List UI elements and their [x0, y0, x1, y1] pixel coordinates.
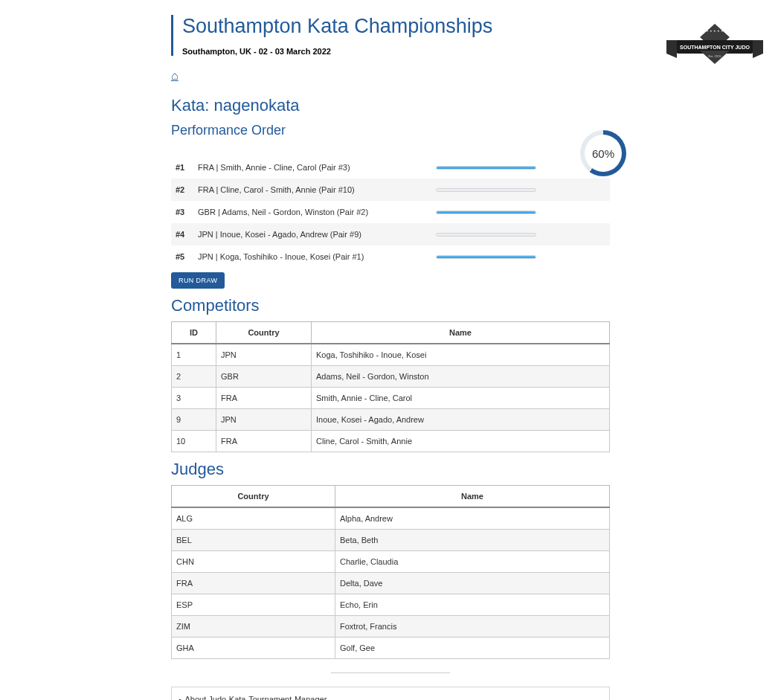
about-label: About Judo-Kata-Tournament-Manager — [179, 695, 327, 700]
competitors-table: ID Country Name 1JPNKoga, Toshihiko - In… — [171, 321, 610, 452]
performance-index: #5 — [176, 252, 198, 261]
divider — [331, 672, 450, 673]
performance-progress — [436, 255, 536, 259]
competitor-name: Koga, Toshihiko - Inoue, Kosei — [312, 344, 610, 366]
home-icon[interactable]: ⌂ — [171, 69, 179, 83]
competitors-heading: Competitors — [171, 296, 610, 315]
judge-name: Beta, Beth — [335, 530, 610, 551]
progress-ring: 60% — [580, 130, 626, 176]
performance-label: FRA | Cline, Carol - Smith, Annie (Pair … — [198, 185, 436, 194]
judge-country: CHN — [172, 551, 335, 573]
competitor-country: GBR — [216, 366, 312, 388]
table-row: 10FRACline, Carol - Smith, Annie — [172, 431, 610, 452]
judge-country: ESP — [172, 594, 335, 616]
performance-row[interactable]: #2FRA | Cline, Carol - Smith, Annie (Pai… — [171, 179, 610, 201]
competitors-col-name: Name — [312, 322, 610, 344]
table-row: ZIMFoxtrot, Francis — [172, 616, 610, 638]
competitor-id: 2 — [172, 366, 216, 388]
performance-progress — [436, 188, 536, 192]
table-row: BELBeta, Beth — [172, 530, 610, 551]
table-row: FRADelta, Dave — [172, 573, 610, 594]
competitor-name: Adams, Neil - Gordon, Winston — [312, 366, 610, 388]
judge-name: Foxtrot, Francis — [335, 616, 610, 638]
judges-col-name: Name — [335, 486, 610, 508]
judge-name: Alpha, Andrew — [335, 507, 610, 530]
competitor-country: FRA — [216, 431, 312, 452]
judge-name: Charlie, Claudia — [335, 551, 610, 573]
table-row: 2GBRAdams, Neil - Gordon, Winston — [172, 366, 610, 388]
performance-list: #1FRA | Smith, Annie - Cline, Carol (Pai… — [171, 156, 610, 268]
competitor-name: Smith, Annie - Cline, Carol — [312, 388, 610, 409]
run-draw-button[interactable]: RUN DRAW — [171, 272, 225, 289]
performance-row[interactable]: #5JPN | Koga, Toshihiko - Inoue, Kosei (… — [171, 245, 610, 268]
logo-main-text: SOUTHAMPTON CITY JUDO — [680, 45, 750, 50]
table-row: CHNCharlie, Claudia — [172, 551, 610, 573]
kata-heading: Kata: nagenokata — [171, 96, 610, 115]
judge-country: BEL — [172, 530, 335, 551]
table-row: GHAGolf, Gee — [172, 638, 610, 659]
performance-row[interactable]: #1FRA | Smith, Annie - Cline, Carol (Pai… — [171, 156, 610, 179]
performance-label: GBR | Adams, Neil - Gordon, Winston (Pai… — [198, 208, 436, 216]
progress-label: 60% — [585, 135, 622, 172]
table-row: 1JPNKoga, Toshihiko - Inoue, Kosei — [172, 344, 610, 366]
svg-marker-2 — [666, 40, 677, 58]
performance-progress — [436, 233, 536, 237]
judge-name: Golf, Gee — [335, 638, 610, 659]
competitor-id: 1 — [172, 344, 216, 366]
logo-est-text: Est. 2019 — [709, 54, 722, 58]
performance-label: JPN | Koga, Toshihiko - Inoue, Kosei (Pa… — [198, 252, 436, 261]
performance-row[interactable]: #3GBR | Adams, Neil - Gordon, Winston (P… — [171, 201, 610, 223]
performance-index: #3 — [176, 208, 198, 216]
about-panel[interactable]: About Judo-Kata-Tournament-Manager — [171, 687, 610, 700]
performance-label: FRA | Smith, Annie - Cline, Carol (Pair … — [198, 163, 436, 172]
competitor-id: 9 — [172, 409, 216, 431]
performance-index: #4 — [176, 230, 198, 239]
judges-table: Country Name ALGAlpha, AndrewBELBeta, Be… — [171, 485, 610, 659]
performance-row[interactable]: #4JPN | Inoue, Kosei - Agado, Andrew (Pa… — [171, 223, 610, 245]
competitor-country: JPN — [216, 409, 312, 431]
competitor-name: Inoue, Kosei - Agado, Andrew — [312, 409, 610, 431]
judge-country: FRA — [172, 573, 335, 594]
svg-marker-3 — [753, 40, 763, 58]
judges-heading: Judges — [171, 460, 610, 479]
judge-name: Delta, Dave — [335, 573, 610, 594]
performance-index: #2 — [176, 185, 198, 194]
competitor-id: 3 — [172, 388, 216, 409]
page-subtitle: Southampton, UK - 02 - 03 March 2022 — [182, 47, 610, 56]
table-row: 9JPNInoue, Kosei - Agado, Andrew — [172, 409, 610, 431]
judges-col-country: Country — [172, 486, 335, 508]
competitor-country: JPN — [216, 344, 312, 366]
performance-progress — [436, 211, 536, 214]
table-row: ESPEcho, Erin — [172, 594, 610, 616]
performance-progress — [436, 166, 536, 170]
table-row: ALGAlpha, Andrew — [172, 507, 610, 530]
competitor-country: FRA — [216, 388, 312, 409]
page-title: Southampton Kata Championships — [182, 15, 610, 38]
competitor-name: Cline, Carol - Smith, Annie — [312, 431, 610, 452]
performance-label: JPN | Inoue, Kosei - Agado, Andrew (Pair… — [198, 230, 436, 239]
competitors-col-id: ID — [172, 322, 216, 344]
judge-country: ZIM — [172, 616, 335, 638]
judge-country: ALG — [172, 507, 335, 530]
performance-order-heading: Performance Order — [171, 123, 610, 138]
logo-stars: ★ ★ ★ ★ ★ — [706, 30, 724, 33]
competitors-col-country: Country — [216, 322, 312, 344]
competitor-id: 10 — [172, 431, 216, 452]
performance-index: #1 — [176, 163, 198, 172]
club-logo: ★ ★ ★ ★ ★ SOUTHAMPTON CITY JUDO Est. 201… — [666, 22, 763, 74]
judge-name: Echo, Erin — [335, 594, 610, 616]
judge-country: GHA — [172, 638, 335, 659]
table-row: 3FRASmith, Annie - Cline, Carol — [172, 388, 610, 409]
